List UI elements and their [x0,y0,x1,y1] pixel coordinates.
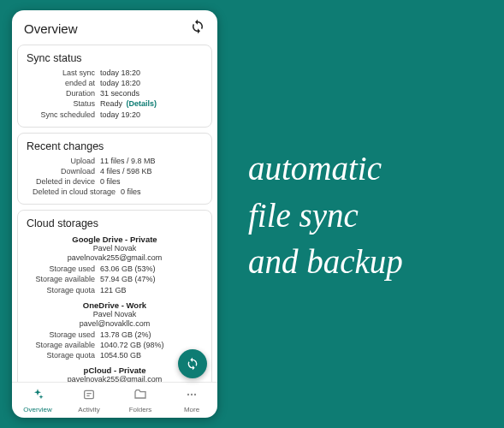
storage-name: Google Drive - Private [27,235,203,244]
sync-icon[interactable] [190,19,205,38]
promo-line: and backup [248,239,403,286]
kv-value: 1040.72 GB (98%) [100,340,203,350]
kv-label: ended at [27,78,100,88]
kv-row: Storage used13.78 GB (2%) [27,330,203,340]
sync-fab[interactable] [178,349,207,378]
storage-email: pavelnovak255@gmail.com [27,375,203,382]
content-scroll[interactable]: Sync status Last synctoday 18:20 ended a… [12,45,217,382]
kv-row: Last synctoday 18:20 [27,68,203,78]
sync-status-card: Sync status Last synctoday 18:20 ended a… [17,45,212,128]
page-title: Overview [24,21,78,36]
kv-row: Storage quota1054.50 GB [27,350,203,360]
kv-row: Sync scheduledtoday 19:20 [27,110,203,120]
kv-value: today 19:20 [100,110,203,120]
kv-row: Storage used63.06 GB (53%) [27,264,203,274]
storage-email: pavelnovak255@gmail.com [27,253,203,262]
kv-label: Storage quota [27,350,100,360]
recent-changes-title: Recent changes [27,140,203,152]
storage-user: Pavel Novak [27,244,203,253]
phone-frame: Overview Sync status Last synctoday 18:2… [12,10,217,418]
kv-label: Upload [27,156,100,166]
sync-status-title: Sync status [27,52,203,64]
kv-label: Deleted in cloud storage [27,187,121,197]
storage-account[interactable]: OneDrive - Work Pavel Novak pavel@novakl… [27,300,203,360]
kv-value: 0 files [121,187,203,197]
kv-label: Duration [27,88,100,98]
storage-user: Pavel Novak [27,310,203,318]
kv-value: 13.78 GB (2%) [100,330,203,340]
kv-value: today 18:20 [100,78,203,88]
kv-row: Deleted in cloud storage0 files [27,187,203,197]
folder-icon [133,388,147,405]
activity-icon [82,388,96,405]
kv-label: Deleted in device [27,176,100,187]
recent-changes-card: Recent changes Upload11 files / 9.8 MB D… [17,133,212,205]
kv-value: 4 files / 598 KB [100,166,203,176]
details-link[interactable]: (Details) [127,99,157,108]
storage-name: OneDrive - Work [27,300,203,310]
storage-name: pCloud - Private [27,366,203,375]
storage-email: pavel@novakllc.com [27,319,203,328]
app-header: Overview [12,10,217,45]
kv-label: Storage used [27,330,100,340]
kv-label: Storage available [27,340,100,350]
kv-value: 31 seconds [100,88,203,98]
kv-label: Download [27,166,100,176]
nav-label: Overview [23,406,51,413]
promo-line: file sync [248,193,403,240]
kv-label: Storage used [27,264,100,274]
kv-value: today 18:20 [100,68,203,78]
nav-label: More [184,406,199,413]
kv-value: 121 GB [100,285,203,295]
nav-folders[interactable]: Folders [115,388,166,413]
kv-value: 63.06 GB (53%) [100,264,203,274]
kv-row: Deleted in device0 files [27,176,203,187]
kv-row: Storage quota121 GB [27,285,203,295]
nav-label: Folders [129,406,152,413]
status-value: Ready [100,99,122,108]
nav-activity[interactable]: Activity [63,388,115,413]
svg-rect-0 [85,390,94,398]
kv-row: ended attoday 18:20 [27,78,203,88]
svg-point-3 [194,393,196,395]
kv-value: 11 files / 9.8 MB [100,156,203,166]
cloud-storages-title: Cloud storages [27,217,203,229]
kv-row: Upload11 files / 9.8 MB [27,156,203,166]
kv-value: 57.94 GB (47%) [100,274,203,284]
storage-account[interactable]: Google Drive - Private Pavel Novak pavel… [27,235,203,294]
svg-point-2 [191,393,193,395]
kv-row: Storage available1040.72 GB (98%) [27,340,203,350]
kv-value: 0 files [100,176,203,187]
promo-line: automatic [248,146,403,193]
kv-row: Storage available57.94 GB (47%) [27,274,203,284]
kv-label: Sync scheduled [27,110,100,120]
kv-value: Ready (Details) [100,98,203,109]
promo-text: automatic file sync and backup [248,146,403,286]
sparkle-icon [31,388,44,405]
kv-row: StatusReady (Details) [27,98,203,109]
kv-label: Storage available [27,274,100,284]
svg-point-1 [187,393,189,395]
more-icon [185,388,199,405]
kv-row: Duration31 seconds [27,88,203,98]
kv-label: Status [27,98,100,109]
kv-label: Storage quota [27,285,100,295]
nav-overview[interactable]: Overview [12,388,63,413]
kv-row: Download4 files / 598 KB [27,166,203,176]
nav-label: Activity [78,406,99,413]
bottom-nav: Overview Activity Folders More [12,382,217,418]
nav-more[interactable]: More [166,388,217,413]
storage-account[interactable]: pCloud - Private pavelnovak255@gmail.com… [27,366,203,382]
kv-label: Last sync [27,68,100,78]
